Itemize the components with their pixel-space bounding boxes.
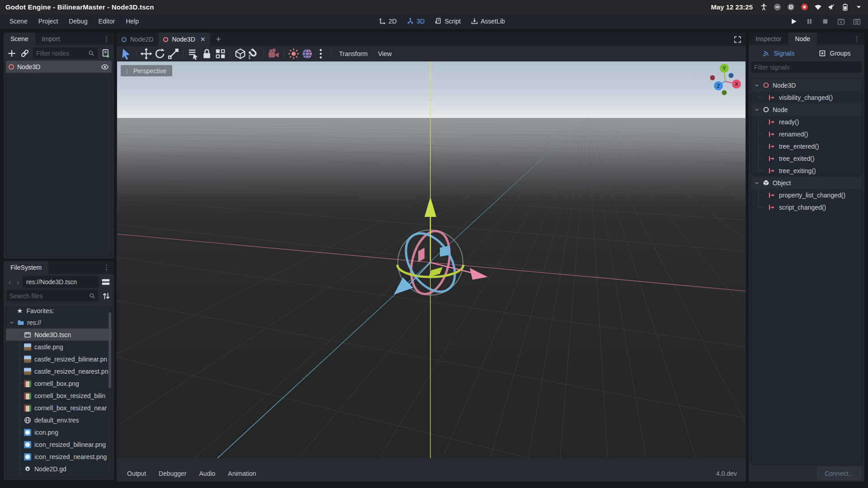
scrollbar-thumb[interactable] <box>108 312 111 388</box>
bottom-panel-audio[interactable]: Audio <box>193 468 222 479</box>
bottom-panel-debugger[interactable]: Debugger <box>153 468 193 479</box>
scale-tool[interactable] <box>167 48 180 60</box>
new-scene-tab-button[interactable]: + <box>210 33 226 46</box>
file-row[interactable]: castle.png <box>6 341 112 353</box>
file-row[interactable]: default_env.tres <box>6 414 112 426</box>
file-sort-icon[interactable] <box>101 291 111 300</box>
visibility-toggle-icon[interactable] <box>101 63 109 71</box>
nav-forward-icon[interactable]: › <box>14 278 21 286</box>
battery-icon[interactable] <box>841 3 849 11</box>
minimize-circle-icon[interactable] <box>774 3 781 11</box>
signal-category-node3d[interactable]: Node3D <box>751 79 862 91</box>
view-menu[interactable]: View <box>373 50 396 57</box>
chevron-down-icon[interactable] <box>9 320 14 325</box>
chevron-down-icon[interactable] <box>754 180 760 186</box>
scene-dock-menu-icon[interactable]: ⋮ <box>99 33 114 45</box>
scene-tab-node2d[interactable]: Node2D <box>117 33 158 46</box>
file-row[interactable]: icon_resized_nearest.png <box>6 450 112 463</box>
filter-signals-input[interactable]: Filter signals <box>751 61 862 73</box>
signals-tab-button[interactable]: Signals <box>751 47 806 60</box>
clock[interactable]: May 12 23:25 <box>711 3 753 11</box>
file-row[interactable]: castle_resized_nearest.pn <box>6 365 112 377</box>
file-row[interactable]: cornell_box_resized_bilin <box>6 389 112 402</box>
lock-selected-button[interactable] <box>200 48 213 60</box>
mode-button-3d[interactable]: 3D <box>405 16 426 26</box>
instance-scene-button[interactable] <box>20 49 30 58</box>
group-selected-button[interactable] <box>214 48 227 60</box>
nav-back-icon[interactable]: ‹ <box>6 278 13 286</box>
file-row[interactable]: icon_resized_bilinear.png <box>6 438 112 450</box>
list-select-tool[interactable] <box>187 48 200 60</box>
signal-row[interactable]: property_list_changed() <box>751 189 862 201</box>
pause-button[interactable] <box>806 18 813 25</box>
signal-row[interactable]: renamed() <box>751 128 862 140</box>
play-button[interactable] <box>790 18 797 25</box>
file-row[interactable]: Node3D.tscn <box>6 328 112 341</box>
toggle-split-mode-icon[interactable] <box>100 277 111 287</box>
snap-toggle[interactable] <box>247 48 260 60</box>
path-field[interactable]: res://Node3D.tscn <box>23 276 99 288</box>
move-tool[interactable] <box>140 48 153 60</box>
rotate-tool[interactable] <box>153 48 166 60</box>
stop-button[interactable] <box>821 18 829 25</box>
signal-row[interactable]: script_changed() <box>751 201 862 213</box>
attach-script-button[interactable] <box>101 49 111 58</box>
tab-filesystem[interactable]: FileSystem <box>4 261 48 274</box>
file-row[interactable]: Node2D.tscn <box>6 475 112 478</box>
perspective-menu[interactable]: ⋮ Perspective <box>121 65 172 76</box>
signal-category-node[interactable]: Node <box>751 103 862 116</box>
file-row[interactable]: Node2D.gd <box>6 463 112 475</box>
search-files-input[interactable]: Search files <box>6 290 99 301</box>
groups-tab-button[interactable]: Groups <box>807 47 862 60</box>
3d-viewport[interactable]: ⋮ Perspective YXZ <box>117 61 745 458</box>
mode-button-2d[interactable]: 2D <box>377 16 399 26</box>
file-row[interactable]: castle_resized_bilinear.pn <box>6 353 112 365</box>
signal-row[interactable]: tree_entered() <box>751 140 862 152</box>
menu-project[interactable]: Project <box>33 15 63 27</box>
local-space-toggle[interactable] <box>234 48 247 60</box>
distraction-free-icon[interactable] <box>734 36 741 43</box>
stop-circle-icon[interactable] <box>787 3 795 11</box>
menu-debug[interactable]: Debug <box>64 15 92 27</box>
caret-down-icon[interactable] <box>855 3 863 11</box>
tab-import[interactable]: Import <box>35 33 67 45</box>
res-root-row[interactable]: res:// <box>6 316 112 328</box>
file-row[interactable]: cornell_box_resized_near <box>6 402 112 414</box>
menu-editor[interactable]: Editor <box>94 15 120 27</box>
axis-navigation-gizmo[interactable]: YXZ <box>697 61 745 107</box>
chevron-down-icon[interactable] <box>754 107 760 113</box>
menu-help[interactable]: Help <box>121 15 144 27</box>
tab-scene[interactable]: Scene <box>4 33 35 45</box>
filter-nodes-input[interactable]: Filter nodes <box>33 47 98 59</box>
play-custom-scene-button[interactable] <box>853 18 861 25</box>
signal-row[interactable]: tree_exiting() <box>751 164 862 177</box>
tab-node[interactable]: Node <box>788 33 817 45</box>
camera-preview-toggle[interactable] <box>267 48 280 60</box>
signal-row[interactable]: tree_exited() <box>751 152 862 164</box>
scene-node-node3d[interactable]: Node3D <box>6 61 112 73</box>
mode-button-script[interactable]: Script <box>433 16 462 26</box>
transform-menu[interactable]: Transform <box>334 50 373 57</box>
connect-button[interactable]: Connect... <box>817 467 861 480</box>
play-scene-button[interactable] <box>837 18 845 25</box>
menu-scene[interactable]: Scene <box>5 15 33 27</box>
bottom-panel-output[interactable]: Output <box>121 468 152 479</box>
volume-muted-icon[interactable] <box>828 3 835 11</box>
signal-category-object[interactable]: Object <box>751 177 862 189</box>
mode-button-assetlib[interactable]: AssetLib <box>469 16 507 26</box>
signal-row[interactable]: visibility_changed() <box>751 91 862 103</box>
file-row[interactable]: icon.png <box>6 426 112 438</box>
tab-inspector[interactable]: Inspector <box>749 33 788 45</box>
accessibility-icon[interactable] <box>760 3 768 11</box>
favorites-row[interactable]: ★ Favorites: <box>6 306 112 316</box>
chevron-down-icon[interactable] <box>754 83 760 88</box>
add-node-button[interactable] <box>7 49 17 58</box>
filesystem-dock-menu-icon[interactable]: ⋮ <box>99 261 114 274</box>
close-icon[interactable]: ✕ <box>200 36 206 43</box>
bottom-panel-animation[interactable]: Animation <box>222 468 262 479</box>
select-tool[interactable] <box>120 48 133 60</box>
scene-tab-node3d[interactable]: Node3D✕ <box>158 33 210 46</box>
node-dock-menu-icon[interactable]: ⋮ <box>849 33 864 45</box>
view-options-menu[interactable] <box>314 48 327 60</box>
file-row[interactable]: cornell_box.png <box>6 377 112 389</box>
